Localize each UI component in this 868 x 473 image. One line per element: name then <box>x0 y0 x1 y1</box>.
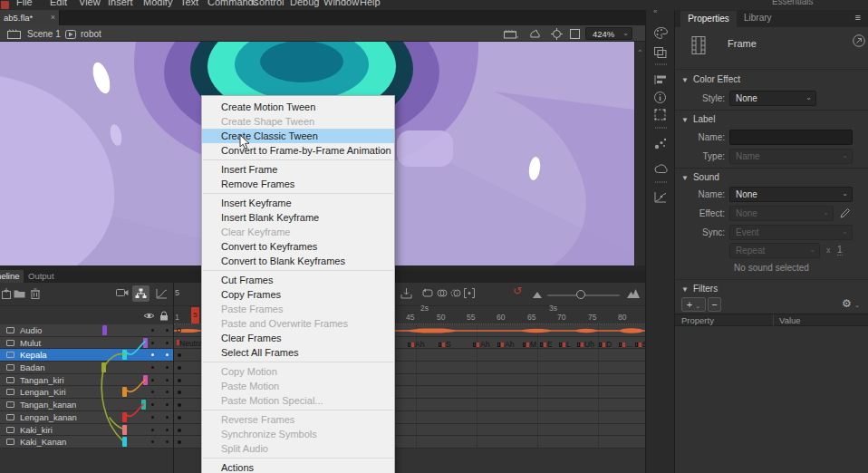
menu-item-convert-frame-by-frame[interactable]: Convert to Frame-by-Frame Animation› <box>202 143 394 158</box>
edit-scene-icon[interactable] <box>504 30 518 39</box>
layer-lock-dot[interactable] <box>166 379 169 381</box>
lock-icon[interactable] <box>159 311 169 321</box>
layer-lock-dot[interactable] <box>166 366 169 369</box>
menu-item-insert-frame[interactable]: Insert Frame <box>202 162 394 177</box>
layer-row-lengan-kiri[interactable]: Lengan_Kiri <box>0 386 174 399</box>
edit-symbols-icon[interactable] <box>529 29 542 39</box>
layer-lock-dot[interactable] <box>166 342 169 344</box>
layer-parenting-toggle[interactable] <box>132 285 149 302</box>
color-palette-icon[interactable] <box>654 27 668 39</box>
layer-lock-dot[interactable] <box>166 440 169 443</box>
layer-lock-dot[interactable] <box>166 353 169 356</box>
layer-visibility-dot[interactable] <box>151 403 154 406</box>
menu-insert[interactable]: Insert <box>108 0 133 7</box>
layer-visibility-dot[interactable] <box>151 416 154 419</box>
keyframe-dot[interactable] <box>178 440 181 444</box>
layer-parent-swatch[interactable] <box>122 350 127 360</box>
breadcrumb-symbol[interactable]: robot <box>81 29 101 39</box>
layer-visibility-dot[interactable] <box>151 366 154 369</box>
layer-parent-swatch[interactable] <box>122 437 127 447</box>
mouth-keyframe-label[interactable]: L <box>559 339 571 348</box>
camera-icon[interactable] <box>116 288 129 297</box>
layer-parent-swatch[interactable] <box>101 362 106 372</box>
layer-row-audio[interactable]: Audio <box>0 324 174 337</box>
layer-lock-dot[interactable] <box>166 403 169 406</box>
section-color-effect[interactable]: ▼Color Effect <box>681 74 740 84</box>
layer-parent-swatch[interactable] <box>122 412 127 422</box>
layer-parent-swatch[interactable] <box>102 325 107 335</box>
tab-library[interactable]: Library <box>744 13 772 23</box>
layer-parent-swatch[interactable] <box>122 387 127 397</box>
reset-timeline-zoom-icon[interactable]: ↺ <box>513 285 522 297</box>
menu-modify[interactable]: Modify <box>143 0 172 7</box>
menu-file[interactable]: File <box>16 0 33 7</box>
motion-graph-icon[interactable] <box>654 191 667 203</box>
layer-row-kaki-kiri[interactable]: Kaki_kiri <box>0 424 174 437</box>
menu-commands[interactable]: Commands <box>207 0 258 7</box>
menu-help[interactable]: Help <box>360 0 381 7</box>
keyframe-dot[interactable] <box>178 391 181 394</box>
menu-debug[interactable]: Debug <box>290 0 319 7</box>
clip-content-icon[interactable] <box>570 29 580 39</box>
mouth-keyframe-label[interactable]: S <box>439 339 451 348</box>
menu-item-create-motion-tween[interactable]: Create Motion Tween <box>202 100 394 114</box>
mouth-keyframe-label[interactable]: M <box>523 339 536 348</box>
center-frame-icon[interactable] <box>551 28 563 40</box>
remove-filter-button[interactable]: − <box>708 297 721 312</box>
zoom-level-select[interactable]: 424% ⌄ <box>585 27 632 40</box>
delete-layer-trash-icon[interactable] <box>31 288 40 299</box>
section-label[interactable]: ▼Label <box>681 114 715 124</box>
section-sound[interactable]: ▼Sound <box>681 172 719 182</box>
menu-item-convert-to-keyframes[interactable]: Convert to Keyframes <box>202 239 394 254</box>
sound-name-dropdown[interactable]: None⌄ <box>729 187 853 202</box>
mouth-keyframe-label[interactable]: Uh <box>577 339 594 348</box>
close-icon[interactable]: × <box>51 13 55 22</box>
layer-lock-dot[interactable] <box>166 329 169 332</box>
tab-timeline[interactable]: Timeline <box>0 270 24 283</box>
keyframe-dot[interactable] <box>178 366 181 370</box>
new-layer-icon[interactable] <box>2 288 12 299</box>
section-filters[interactable]: ▼Filters <box>681 284 718 294</box>
menu-text[interactable]: Text <box>180 0 198 7</box>
mouth-keyframe-label[interactable]: ... <box>619 339 632 348</box>
mouth-keyframe-label[interactable]: D <box>599 339 612 348</box>
layer-row-kepala-selected[interactable]: Kepala <box>0 349 174 362</box>
label-name-input[interactable] <box>729 130 853 145</box>
menu-edit[interactable]: Edit <box>50 0 67 7</box>
layer-row-tangan-kanan[interactable]: Tangan_kanan <box>0 399 174 411</box>
layer-lock-dot[interactable] <box>166 416 169 419</box>
workspace-switcher[interactable]: Essentials <box>772 0 814 6</box>
menu-item-actions[interactable]: Actions <box>202 460 394 473</box>
menu-item-insert-blank-keyframe[interactable]: Insert Blank Keyframe <box>202 210 394 225</box>
layer-visibility-dot[interactable] <box>151 379 154 381</box>
timeline-zoom-slider-knob[interactable] <box>576 290 585 299</box>
layer-row-badan[interactable]: Badan <box>0 362 174 374</box>
onion-skin-outline-icon[interactable] <box>450 288 461 298</box>
layer-row-kaki-kanan[interactable]: Kaki_Kanan <box>0 436 174 449</box>
breadcrumb-scene[interactable]: Scene 1 <box>27 29 61 39</box>
layer-visibility-dot[interactable] <box>151 353 154 356</box>
repeat-count-hot-text[interactable]: 1 <box>837 245 843 256</box>
layer-visibility-dot[interactable] <box>151 391 154 393</box>
layer-lock-dot[interactable] <box>166 391 169 393</box>
menu-item-create-classic-tween[interactable]: Create Classic Tween <box>202 129 394 143</box>
layer-visibility-dot[interactable] <box>151 429 154 431</box>
keyframe-dot[interactable] <box>178 403 181 407</box>
menu-item-copy-frames[interactable]: Copy Frames <box>202 287 394 302</box>
info-icon[interactable] <box>654 92 666 103</box>
keyframe-dot[interactable] <box>178 429 181 432</box>
zoom-in-frames-icon[interactable] <box>627 289 640 298</box>
tab-properties[interactable]: Properties <box>680 11 737 27</box>
transform-icon[interactable] <box>654 109 666 121</box>
mouth-keyframe-label[interactable]: Ah <box>408 339 424 348</box>
keyframe-hollow[interactable] <box>177 328 181 333</box>
layer-row-tangan-kiri[interactable]: Tangan_kiri <box>0 374 174 387</box>
new-folder-icon[interactable] <box>14 288 25 298</box>
filter-options-gear-icon[interactable]: ⚙ ⌄ <box>842 297 860 310</box>
layer-visibility-dot[interactable] <box>151 329 154 332</box>
graph-editor-icon[interactable] <box>156 288 168 299</box>
playhead[interactable]: 5 <box>191 307 199 323</box>
keyframe-dot[interactable] <box>178 416 181 420</box>
menu-item-insert-keyframe[interactable]: Insert Keyframe <box>202 196 394 210</box>
stage-scrollbar[interactable]: ⌃ <box>634 42 645 265</box>
